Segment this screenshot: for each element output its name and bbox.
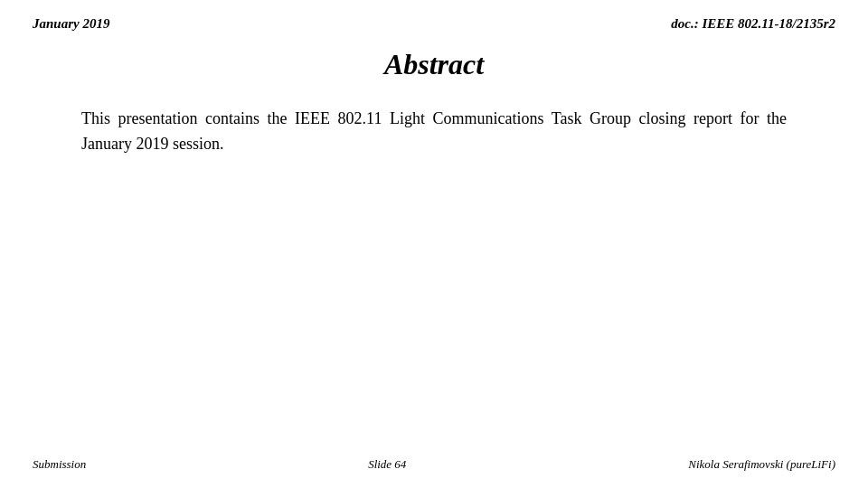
slide: January 2019 doc.: IEEE 802.11-18/2135r2… xyxy=(0,0,868,488)
footer-author: Nikola Serafimovski (pureLiFi) xyxy=(688,457,835,472)
footer-submission-label: Submission xyxy=(33,457,86,472)
slide-title: Abstract xyxy=(384,48,484,80)
abstract-paragraph: This presentation contains the IEEE 802.… xyxy=(81,107,787,157)
slide-header: January 2019 doc.: IEEE 802.11-18/2135r2 xyxy=(0,0,868,32)
content-section: This presentation contains the IEEE 802.… xyxy=(0,107,868,157)
header-doc-id: doc.: IEEE 802.11-18/2135r2 xyxy=(671,16,835,32)
title-section: Abstract xyxy=(0,48,868,81)
header-date: January 2019 xyxy=(33,16,109,32)
footer-slide-number: Slide 64 xyxy=(368,457,406,472)
slide-footer: Submission Slide 64 Nikola Serafimovski … xyxy=(0,457,868,472)
